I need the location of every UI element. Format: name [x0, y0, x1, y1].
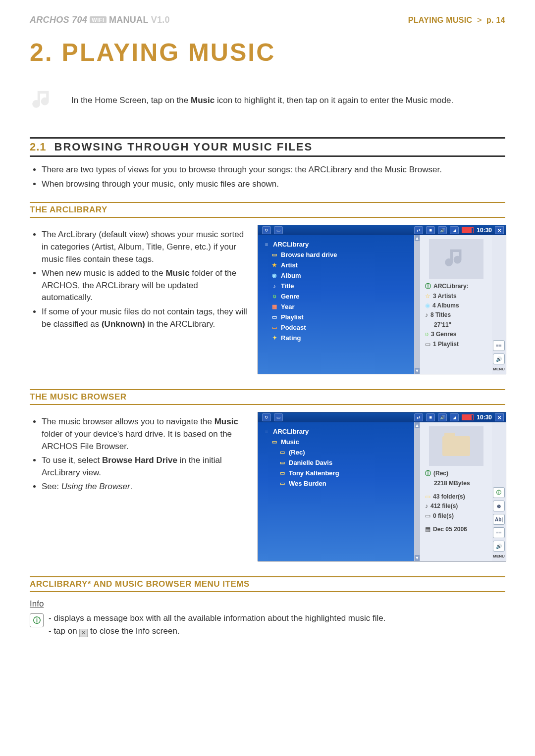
- close-icon[interactable]: ✕: [495, 226, 504, 234]
- scrollbar[interactable]: ▲ ▼: [414, 422, 420, 561]
- info-panel: ⓘARCLibrary: ☆3 Artists ◉4 Albums ♪8 Tit…: [420, 235, 492, 374]
- side-menu: ⓘ ⊗ Ab| ≡≡ 🔊 MENU: [492, 422, 506, 561]
- speaker-icon[interactable]: 🔊: [493, 541, 505, 552]
- list-item[interactable]: ▭Wes Burden: [261, 478, 411, 489]
- bullet: To use it, select Browse Hard Drive in t…: [42, 454, 248, 479]
- folder-icon: ▭: [279, 470, 286, 476]
- section-name: PLAYING MUSIC: [408, 16, 473, 24]
- bullet: If some of your music files do not conta…: [42, 306, 248, 330]
- browser-list: ≡ARCLibrary ▭Music ▭(Rec) ▭Danielle Davi…: [258, 422, 414, 561]
- menu-label[interactable]: MENU: [493, 554, 505, 558]
- folder-nav-icon[interactable]: ▭: [274, 413, 283, 421]
- close-icon: ✕: [79, 629, 88, 637]
- info-menu-item: Info ⓘ - displays a message box with all…: [30, 599, 505, 637]
- thumbnail: [429, 239, 483, 279]
- battery-icon: [462, 414, 474, 420]
- list-item[interactable]: ▭Tony Kaltenberg: [261, 468, 411, 478]
- intro-block: In the Home Screen, tap on the Music ico…: [30, 87, 505, 114]
- list-item[interactable]: ▭Music: [261, 437, 411, 447]
- intro-text: In the Home Screen, tap on the Music ico…: [71, 95, 505, 107]
- rename-icon[interactable]: Ab|: [493, 514, 505, 525]
- version-label: V1.0: [151, 15, 170, 25]
- list-item[interactable]: ▦Year: [261, 302, 411, 312]
- arclibrary-screenshot: ↻ ▭ ⇄ ■ 🔊 ◢ 10:30 ✕ ≡ARCLibrary ▭Browse …: [258, 225, 506, 374]
- titlebar: ↻ ▭ ⇄ ■ 🔊 ◢ 10:30 ✕: [258, 412, 506, 422]
- music-icon: [30, 87, 57, 114]
- side-menu: ≡≡ 🔊 MENU: [492, 235, 506, 374]
- sep: >: [477, 16, 482, 24]
- arclibrary-list: ≡ARCLibrary ▭Browse hard drive ★Artist ◉…: [258, 235, 414, 374]
- list-item[interactable]: ▭Playlist: [261, 312, 411, 322]
- list-view-icon[interactable]: ≡≡: [493, 340, 505, 351]
- signal-icon: ◢: [450, 226, 459, 234]
- stop-icon[interactable]: ■: [426, 413, 435, 421]
- note-icon: ♪: [425, 311, 428, 319]
- playlist-icon: ▭: [271, 314, 278, 320]
- folder-icon: ▭: [425, 493, 430, 501]
- musicbrowser-heading: THE MUSIC BROWSER: [30, 389, 505, 405]
- info-icon: ⓘ: [425, 282, 431, 291]
- battery-icon: [462, 227, 474, 233]
- list-view-icon[interactable]: ≡≡: [493, 527, 505, 538]
- signal-icon: ◢: [450, 413, 459, 421]
- folder-icon: ▭: [271, 439, 278, 445]
- list-item[interactable]: ▭Danielle Davis: [261, 457, 411, 468]
- list-item[interactable]: ▭Podcast: [261, 322, 411, 333]
- rating-icon: ✦: [271, 335, 278, 341]
- bullet: When new music is added to the Music fol…: [42, 267, 248, 304]
- info-icon: ⓘ: [425, 469, 431, 478]
- close-icon[interactable]: ✕: [495, 413, 504, 421]
- info-icon[interactable]: ⓘ: [493, 487, 505, 498]
- titlebar: ↻ ▭ ⇄ ■ 🔊 ◢ 10:30 ✕: [258, 225, 506, 235]
- scroll-up-icon[interactable]: ▲: [415, 422, 420, 428]
- speaker-icon[interactable]: 🔊: [493, 353, 505, 364]
- musicbrowser-screenshot: ↻ ▭ ⇄ ■ 🔊 ◢ 10:30 ✕ ≡ARCLibrary ▭Music ▭: [258, 412, 506, 561]
- drive-icon: ▭: [271, 252, 278, 258]
- folder-nav-icon[interactable]: ▭: [274, 226, 283, 234]
- speaker-icon[interactable]: 🔊: [438, 226, 447, 234]
- list-item[interactable]: ▭Browse hard drive: [261, 250, 411, 260]
- brand: ARCHOS 704: [30, 15, 87, 25]
- bullet: The music browser allows you to navigate…: [42, 416, 248, 453]
- star-icon: ★: [271, 262, 278, 268]
- list-item[interactable]: ≡ARCLibrary: [261, 426, 411, 437]
- note-icon: ♪: [425, 502, 428, 510]
- scroll-down-icon[interactable]: ▼: [415, 368, 420, 374]
- section-number: 2.1: [30, 141, 47, 153]
- arclibrary-heading: THE ARCLIBRARY: [30, 202, 505, 218]
- scroll-down-icon[interactable]: ▼: [415, 555, 420, 561]
- refresh-icon[interactable]: ↻: [262, 413, 271, 421]
- info-label: Info: [30, 599, 505, 609]
- list-item[interactable]: ≡ARCLibrary: [261, 239, 411, 250]
- menu-label[interactable]: MENU: [493, 367, 505, 371]
- page-num: p. 14: [486, 16, 505, 24]
- note-icon: ♪: [271, 283, 278, 289]
- header-right: PLAYING MUSIC > p. 14: [408, 16, 505, 25]
- list-item[interactable]: ◉Album: [261, 270, 411, 281]
- list-item[interactable]: ʋGenre: [261, 291, 411, 302]
- header-left: ARCHOS 704 WIFI MANUAL V1.0: [30, 15, 170, 25]
- disc-icon: ◉: [271, 273, 278, 279]
- scroll-up-icon[interactable]: ▲: [415, 235, 420, 241]
- list-item[interactable]: ★Artist: [261, 260, 411, 270]
- podcast-icon: ▭: [271, 325, 278, 331]
- section-2-1-bullets: There are two types of views for you to …: [33, 164, 505, 190]
- wifi-badge: WIFI: [90, 16, 106, 23]
- bullet: When browsing through your music, only m…: [42, 178, 505, 191]
- folder-icon: ▭: [279, 481, 286, 487]
- stop-icon[interactable]: ■: [426, 226, 435, 234]
- musicbrowser-bullets: The music browser allows you to navigate…: [33, 416, 248, 493]
- menuitems-heading: ARCLIBRARY* AND MUSIC BROWSER MENU ITEMS: [30, 576, 505, 592]
- list-item[interactable]: ✦Rating: [261, 333, 411, 343]
- list-item[interactable]: ♪Title: [261, 281, 411, 291]
- speaker-icon[interactable]: 🔊: [438, 413, 447, 421]
- list-item[interactable]: ▭(Rec): [261, 447, 411, 457]
- scrollbar[interactable]: ▲ ▼: [414, 235, 420, 374]
- playlist-icon: ▭: [425, 512, 430, 520]
- library-icon: ≡: [263, 242, 270, 248]
- refresh-icon[interactable]: ↻: [262, 226, 271, 234]
- delete-icon[interactable]: ⊗: [493, 501, 505, 511]
- page-title: 2. PLAYING MUSIC: [30, 38, 505, 67]
- calendar-icon: ▦: [425, 525, 430, 534]
- section-title: BROWSING THROUGH YOUR MUSIC FILES: [54, 141, 313, 153]
